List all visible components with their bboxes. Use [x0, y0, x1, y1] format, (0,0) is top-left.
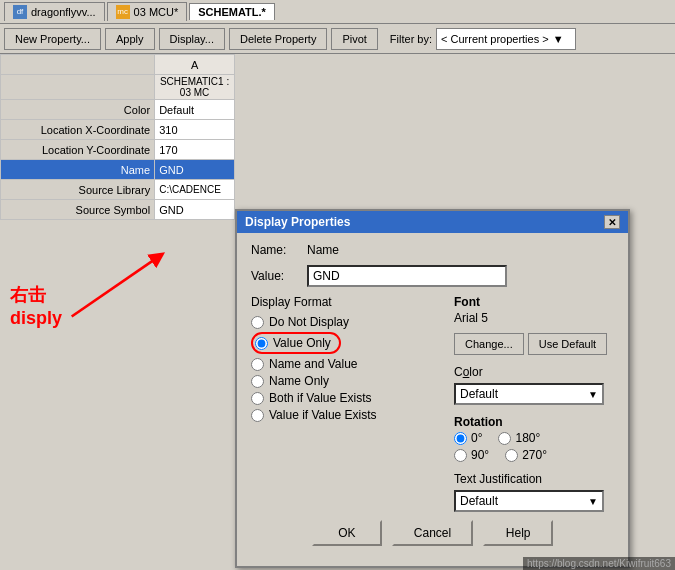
color-dropdown[interactable]: Default ▼ — [454, 383, 604, 405]
radio-group: Do Not Display Value Only Name — [251, 315, 444, 422]
rotation-180[interactable]: 180° — [498, 431, 540, 445]
title-bar: df dragonflyvv... mc 03 MCU* SCHEMATL.* — [0, 0, 675, 24]
text-just-label: Text Justification — [454, 472, 542, 486]
rotation-90-input[interactable] — [454, 449, 467, 462]
rotation-0[interactable]: 0° — [454, 431, 482, 445]
text-just-dropdown-arrow: ▼ — [588, 496, 598, 507]
text-just-value: Default — [460, 494, 498, 508]
table-row-location-y[interactable]: Location Y-Coordinate 170 — [1, 140, 235, 160]
col-a-header: A — [155, 55, 235, 75]
tab-icon-03mcu: mc — [116, 5, 130, 19]
ok-button[interactable]: OK — [312, 520, 382, 546]
table-row[interactable]: Color Default — [1, 100, 235, 120]
schematic-header: SCHEMATIC1 : 03 MC — [155, 75, 235, 100]
tab-label-schematl: SCHEMATL.* — [198, 6, 266, 18]
radio-do-not-display[interactable]: Do Not Display — [251, 315, 444, 329]
dialog-value-row: Value: — [251, 265, 614, 287]
properties-table: A SCHEMATIC1 : 03 MC Color Default Locat… — [0, 54, 235, 220]
radio-value-if-value[interactable]: Value if Value Exists — [251, 408, 444, 422]
filter-label: Filter by: — [390, 33, 432, 45]
radio-name-and-value[interactable]: Name and Value — [251, 357, 444, 371]
toolbar: New Property... Apply Display... Delete … — [0, 24, 675, 54]
radio-value-only-highlight: Value Only — [251, 332, 341, 354]
radio-both-if-value-input[interactable] — [251, 392, 264, 405]
filter-dropdown-arrow: ▼ — [553, 33, 564, 45]
annotation-line1: 右击 — [10, 284, 62, 307]
annotation-area: 右击 disply — [10, 284, 62, 331]
rotation-270-input[interactable] — [505, 449, 518, 462]
name-value: Name — [307, 243, 339, 257]
radio-do-not-display-input[interactable] — [251, 316, 264, 329]
radio-value-only[interactable]: Value Only — [251, 332, 444, 354]
font-value: Arial 5 — [454, 311, 614, 325]
url-bar: https://blog.csdn.net/Kiwifruit663 — [523, 557, 675, 570]
pivot-button[interactable]: Pivot — [331, 28, 377, 50]
radio-both-if-value[interactable]: Both if Value Exists — [251, 391, 444, 405]
filter-dropdown[interactable]: < Current properties > ▼ — [436, 28, 576, 50]
dialog-columns: Display Format Do Not Display Value Only — [251, 295, 614, 512]
dialog-body: Name: Name Value: Display Format Do Not … — [237, 233, 628, 566]
rotation-label: Rotation — [454, 415, 614, 429]
rotation-180-input[interactable] — [498, 432, 511, 445]
rotation-270[interactable]: 270° — [505, 448, 547, 462]
rotation-row2: 90° 270° — [454, 448, 614, 462]
radio-name-only-input[interactable] — [251, 375, 264, 388]
font-buttons: Change... Use Default — [454, 333, 614, 355]
dialog-left-col: Display Format Do Not Display Value Only — [251, 295, 444, 512]
dialog-titlebar: Display Properties ✕ — [237, 211, 628, 233]
help-button[interactable]: Help — [483, 520, 553, 546]
display-properties-dialog: Display Properties ✕ Name: Name Value: D… — [235, 209, 630, 568]
use-default-button[interactable]: Use Default — [528, 333, 607, 355]
tab-icon-dragonfly: df — [13, 5, 27, 19]
dialog-close-button[interactable]: ✕ — [604, 215, 620, 229]
annotation-line2: disply — [10, 307, 62, 330]
radio-name-and-value-input[interactable] — [251, 358, 264, 371]
display-format-label: Display Format — [251, 295, 444, 309]
delete-property-button[interactable]: Delete Property — [229, 28, 327, 50]
value-label: Value: — [251, 269, 301, 283]
text-just-dropdown[interactable]: Default ▼ — [454, 490, 604, 512]
color-value: Default — [460, 387, 498, 401]
name-label: Name: — [251, 243, 301, 257]
main-content: A SCHEMATIC1 : 03 MC Color Default Locat… — [0, 54, 675, 570]
table-row[interactable]: Source Symbol GND — [1, 200, 235, 220]
color-dropdown-arrow: ▼ — [588, 389, 598, 400]
radio-value-if-value-input[interactable] — [251, 409, 264, 422]
dialog-name-row: Name: Name — [251, 243, 614, 257]
table-row[interactable]: Source Library C:\CADENCE — [1, 180, 235, 200]
rotation-group: Rotation 0° 180° — [454, 415, 614, 462]
dialog-footer: OK Cancel Help — [251, 512, 614, 556]
dialog-title: Display Properties — [245, 215, 350, 229]
apply-button[interactable]: Apply — [105, 28, 155, 50]
color-label: Color — [454, 365, 483, 379]
rotation-90[interactable]: 90° — [454, 448, 489, 462]
radio-name-only[interactable]: Name Only — [251, 374, 444, 388]
tab-label-03mcu: 03 MCU* — [134, 6, 179, 18]
tab-schematl[interactable]: SCHEMATL.* — [189, 3, 275, 20]
display-button[interactable]: Display... — [159, 28, 225, 50]
font-label: Font — [454, 295, 614, 309]
tab-label-dragonfly: dragonflyvv... — [31, 6, 96, 18]
new-property-button[interactable]: New Property... — [4, 28, 101, 50]
change-button[interactable]: Change... — [454, 333, 524, 355]
table-row[interactable]: Location X-Coordinate 310 — [1, 120, 235, 140]
table-row-name[interactable]: Name GND — [1, 160, 235, 180]
tab-dragonfly[interactable]: df dragonflyvv... — [4, 2, 105, 21]
value-input[interactable] — [307, 265, 507, 287]
tab-03mcu[interactable]: mc 03 MCU* — [107, 2, 188, 21]
rotation-0-input[interactable] — [454, 432, 467, 445]
dialog-right-col: Font Arial 5 Change... Use Default Color… — [454, 295, 614, 512]
cancel-button[interactable]: Cancel — [392, 520, 473, 546]
radio-value-only-input[interactable] — [255, 337, 268, 350]
rotation-row1: 0° 180° — [454, 431, 614, 445]
